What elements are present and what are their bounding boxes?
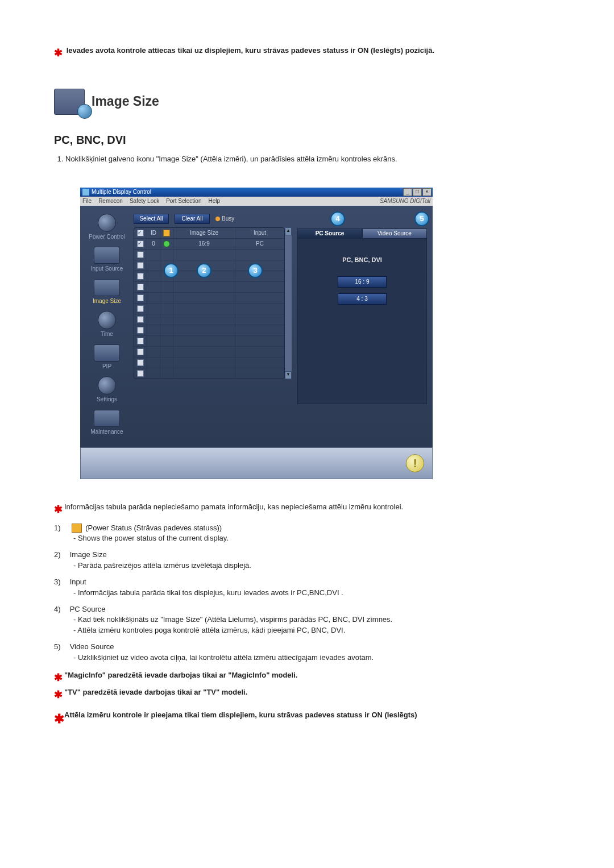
bold-note-on: ✱ Attēla izmēru kontrole ir pieejama tik…	[54, 710, 560, 728]
sidebar-item-settings[interactable]: Settings	[97, 376, 117, 404]
cell-input: PC	[235, 239, 284, 249]
table-row	[134, 250, 284, 260]
bold-note-magicinfo: ✱ "MagicInfo" paredzētā ievade darbojas …	[54, 670, 560, 685]
status-bar: !	[80, 447, 433, 479]
header-checkbox[interactable]	[137, 230, 144, 236]
minimize-button[interactable]: _	[403, 188, 412, 196]
menu-help[interactable]: Help	[208, 197, 220, 206]
power-icon	[98, 214, 116, 232]
item-4-number: 4)	[54, 604, 68, 615]
row-checkbox[interactable]	[137, 240, 144, 247]
col-id: ID	[147, 228, 160, 238]
scroll-down-icon[interactable]: ▼	[285, 371, 292, 379]
item-3-sub: - Informācijas tabula parāda tikai tos d…	[73, 588, 560, 599]
row-checkbox[interactable]	[137, 370, 144, 377]
sidebar-item-time[interactable]: Time	[98, 311, 116, 339]
row-checkbox[interactable]	[137, 305, 144, 312]
table-row	[134, 336, 284, 347]
page: ✱ Ievades avota kontrole attiecas tikai …	[0, 0, 614, 762]
item-2-number: 2)	[54, 550, 68, 560]
table-row[interactable]: 0 16:9 PC	[134, 239, 284, 250]
row-checkbox[interactable]	[137, 327, 144, 334]
callout-badge-3: 3	[248, 263, 263, 278]
item-5-number: 5)	[54, 642, 68, 653]
sidebar-label-image: Image Size	[93, 297, 121, 306]
row-checkbox[interactable]	[137, 262, 144, 269]
bold-note-magicinfo-text: "MagicInfo" paredzētā ievade darbojas ti…	[64, 670, 560, 685]
table-row	[134, 358, 284, 368]
row-checkbox[interactable]	[137, 348, 144, 355]
sidebar-label-time: Time	[98, 330, 116, 339]
table-row	[134, 368, 284, 379]
item-1: 1) (Power Status (Strāvas padeves status…	[54, 523, 560, 545]
item-4: 4) PC Source - Kad tiek noklikšķināts uz…	[54, 604, 560, 637]
sidebar-item-maintenance[interactable]: Maintenance	[90, 410, 123, 437]
ratio-16-9-button[interactable]: 16 : 9	[338, 276, 387, 288]
sidebar-item-input[interactable]: Input Source	[91, 247, 123, 273]
row-checkbox[interactable]	[137, 251, 144, 258]
callout-badge-1: 1	[164, 263, 179, 278]
asterisk-icon: ✱	[54, 687, 64, 702]
desc-text-1: Informācijas tabula parāda nepieciešamo …	[64, 502, 560, 517]
sidebar-item-power[interactable]: Power Control	[89, 214, 125, 242]
info-icon[interactable]: !	[406, 454, 424, 472]
sidebar-item-pip[interactable]: PIP	[94, 344, 120, 371]
panel-heading: PC, BNC, DVI	[315, 256, 409, 265]
row-checkbox[interactable]	[137, 284, 144, 290]
menu-port-selection[interactable]: Port Selection	[166, 197, 201, 206]
sidebar-label-settings: Settings	[97, 396, 117, 404]
item-2-title: Image Size	[70, 550, 107, 559]
app-window: Multiple Display Control _ □ × File Remo…	[80, 188, 433, 480]
control-row: Select All Clear All Busy	[134, 214, 292, 224]
close-button[interactable]: ×	[422, 188, 432, 196]
asterisk-icon: ✱	[54, 710, 64, 728]
clear-all-button[interactable]: Clear All	[175, 214, 210, 224]
step-1: Noklikšķiniet galveno ikonu "Image Size"…	[65, 154, 560, 165]
table-row	[134, 347, 284, 358]
scrollbar[interactable]: ▲ ▼	[285, 227, 292, 379]
item-5: 5) Video Source - Uzklikšķiniet uz video…	[54, 642, 560, 663]
scroll-track[interactable]	[285, 235, 292, 371]
tab-pc-source[interactable]: PC Source	[297, 229, 362, 239]
item-2-sub: - Parāda pašreizējos attēla izmērus izvē…	[73, 560, 560, 571]
callout-badge-2: 2	[197, 263, 211, 278]
right-block: 4 5 PC Source Video Source PC, BNC, DVI …	[297, 214, 427, 442]
power-status-inline-icon	[72, 524, 82, 533]
row-checkbox[interactable]	[137, 273, 144, 280]
sidebar-item-image-size[interactable]: Image Size	[93, 279, 121, 306]
desc-star-1: ✱ Informācijas tabula parāda nepieciešam…	[54, 502, 560, 517]
table-row	[134, 282, 284, 293]
maximize-button[interactable]: □	[413, 188, 422, 196]
time-icon	[98, 311, 116, 329]
col-input: Input	[235, 228, 284, 238]
sidebar-label-power: Power Control	[89, 233, 125, 242]
menu-file[interactable]: File	[82, 197, 92, 206]
busy-dot-icon	[215, 217, 220, 221]
row-checkbox[interactable]	[137, 338, 144, 344]
item-1-number: 1)	[54, 523, 68, 534]
display-table: ID Image Size Input 0 16:9 PC	[134, 227, 285, 379]
scroll-up-icon[interactable]: ▲	[285, 227, 292, 235]
item-3: 3) Input - Informācijas tabula parāda ti…	[54, 577, 560, 599]
maintenance-icon	[94, 410, 120, 427]
titlebar: Multiple Display Control _ □ ×	[80, 188, 433, 197]
item-2: 2) Image Size - Parāda pašreizējos attēl…	[54, 550, 560, 571]
ratio-4-3-button[interactable]: 4 : 3	[338, 293, 387, 305]
asterisk-icon: ✱	[54, 670, 64, 685]
row-checkbox[interactable]	[137, 294, 144, 301]
menu-safety-lock[interactable]: Safety Lock	[130, 197, 159, 206]
source-panel: PC, BNC, DVI 16 : 9 4 : 3	[297, 239, 427, 404]
tab-video-source[interactable]: Video Source	[362, 229, 427, 239]
table-row	[134, 325, 284, 336]
cell-id: 0	[147, 239, 160, 249]
section-title: Image Size	[92, 92, 159, 111]
row-checkbox[interactable]	[137, 316, 144, 323]
select-all-button[interactable]: Select All	[134, 214, 169, 224]
bold-note-tv: ✱ "TV" paredzētā ievade darbojas tikai a…	[54, 687, 560, 702]
table-row	[134, 304, 284, 314]
asterisk-icon: ✱	[54, 45, 64, 60]
monitor-icon	[54, 89, 85, 115]
menu-remocon[interactable]: Remocon	[98, 197, 123, 206]
cell-size: 16:9	[173, 239, 235, 249]
row-checkbox[interactable]	[137, 359, 144, 366]
